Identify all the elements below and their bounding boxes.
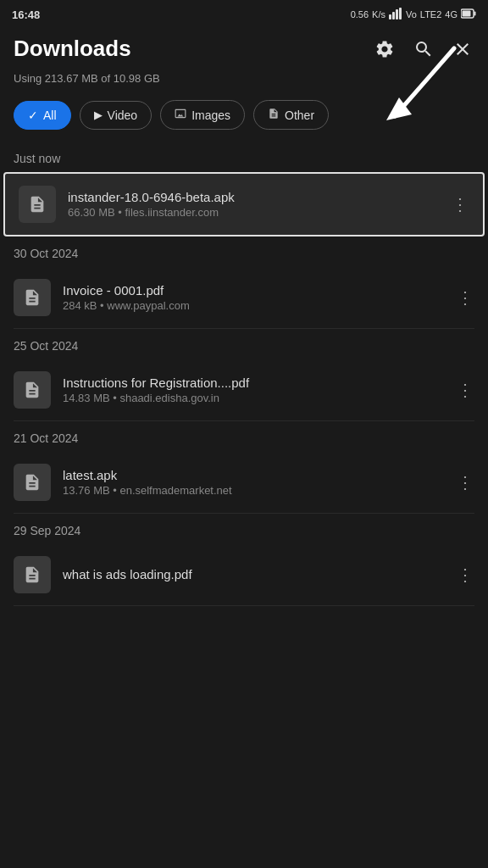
section-header-oct-21: 21 Oct 2024 bbox=[0, 421, 488, 452]
status-bar: 16:48 0.56 K/s Vo LTE2 4G bbox=[0, 0, 488, 27]
file-icon-file-1 bbox=[19, 186, 56, 223]
file-item-file-3[interactable]: Instructions for Registration....pdf 14.… bbox=[0, 359, 488, 420]
file-meta-file-1: 66.30 MB • files.iinstander.com bbox=[68, 206, 446, 219]
file-info-file-2: Invoice - 0001.pdf 284 kB • www.paypal.c… bbox=[63, 283, 451, 312]
file-name-file-5: what is ads loading.pdf bbox=[63, 567, 451, 581]
file-icon-file-3 bbox=[14, 371, 51, 409]
file-info-file-4: latest.apk 13.76 MB • en.selfmademarket.… bbox=[63, 468, 451, 497]
all-check-icon: ✓ bbox=[28, 108, 38, 122]
file-name-file-2: Invoice - 0001.pdf bbox=[63, 283, 451, 298]
network-speed-icon: 0.56 bbox=[351, 9, 369, 19]
file-info-file-3: Instructions for Registration....pdf 14.… bbox=[63, 376, 451, 404]
file-info-file-5: what is ads loading.pdf bbox=[63, 567, 451, 583]
file-meta-file-2: 284 kB • www.paypal.com bbox=[63, 299, 451, 312]
section-header-oct-30: 30 Oct 2024 bbox=[0, 236, 488, 267]
network-4g-icon: 4G bbox=[445, 9, 458, 19]
file-more-button-file-1[interactable]: ⋮ bbox=[446, 191, 473, 218]
file-item-file-1[interactable]: instander-18.0-6946-beta.apk 66.30 MB • … bbox=[3, 172, 485, 236]
page-title: Downloads bbox=[14, 36, 131, 62]
file-icon-file-4 bbox=[14, 464, 51, 501]
file-item-file-4[interactable]: latest.apk 13.76 MB • en.selfmademarket.… bbox=[0, 452, 488, 513]
svg-rect-2 bbox=[396, 9, 398, 19]
other-file-icon bbox=[268, 108, 280, 122]
filter-tab-video-label: Video bbox=[108, 108, 138, 122]
svg-rect-0 bbox=[389, 14, 391, 19]
svg-rect-6 bbox=[474, 12, 476, 16]
app-header: Downloads bbox=[0, 27, 488, 69]
svg-rect-1 bbox=[392, 12, 395, 19]
file-item-file-2[interactable]: Invoice - 0001.pdf 284 kB • www.paypal.c… bbox=[0, 267, 488, 328]
filter-tab-other-label: Other bbox=[285, 108, 314, 122]
lte-icon: LTE2 bbox=[420, 9, 441, 19]
battery-icon bbox=[461, 8, 476, 20]
filter-tab-video[interactable]: ▶ Video bbox=[80, 101, 152, 130]
file-name-file-1: instander-18.0-6946-beta.apk bbox=[68, 190, 446, 204]
video-icon: ▶ bbox=[94, 108, 103, 121]
status-right-icons: 0.56 K/s Vo LTE2 4G bbox=[351, 8, 476, 21]
file-sections: Just now instander-18.0-6946-beta.apk 66… bbox=[0, 142, 488, 606]
filter-tab-all[interactable]: ✓ All bbox=[14, 101, 71, 130]
file-more-button-file-4[interactable]: ⋮ bbox=[451, 469, 478, 496]
file-name-file-4: latest.apk bbox=[63, 468, 451, 482]
file-item-file-5[interactable]: what is ads loading.pdf ⋮ bbox=[0, 544, 488, 605]
section-header-just-now: Just now bbox=[0, 142, 488, 172]
file-name-file-3: Instructions for Registration....pdf bbox=[63, 376, 451, 390]
svg-rect-3 bbox=[399, 8, 402, 19]
header-actions bbox=[373, 37, 474, 61]
filter-tab-other[interactable]: Other bbox=[253, 100, 329, 130]
signal-icon bbox=[389, 8, 402, 21]
filter-tabs: ✓ All ▶ Video Images Other bbox=[0, 95, 488, 142]
file-info-file-1: instander-18.0-6946-beta.apk 66.30 MB • … bbox=[68, 190, 446, 219]
close-button[interactable] bbox=[451, 37, 474, 61]
images-icon bbox=[175, 108, 186, 122]
network-unit: K/s bbox=[372, 9, 385, 19]
storage-info: Using 213.67 MB of 10.98 GB bbox=[0, 69, 488, 95]
filter-tab-images[interactable]: Images bbox=[160, 100, 245, 130]
vo-icon: Vo bbox=[406, 9, 417, 19]
file-meta-file-3: 14.83 MB • shaadi.edisha.gov.in bbox=[63, 392, 451, 404]
file-meta-file-4: 13.76 MB • en.selfmademarket.net bbox=[63, 484, 451, 497]
svg-rect-5 bbox=[463, 11, 471, 17]
file-icon-file-5 bbox=[14, 556, 51, 593]
file-more-button-file-3[interactable]: ⋮ bbox=[451, 376, 478, 403]
filter-tab-all-label: All bbox=[43, 108, 57, 122]
search-button[interactable] bbox=[412, 37, 435, 61]
section-header-oct-25: 25 Oct 2024 bbox=[0, 329, 488, 359]
file-more-button-file-2[interactable]: ⋮ bbox=[451, 284, 478, 311]
section-header-sep-29: 29 Sep 2024 bbox=[0, 514, 488, 544]
filter-tab-images-label: Images bbox=[191, 108, 230, 122]
file-more-button-file-5[interactable]: ⋮ bbox=[451, 561, 478, 588]
settings-button[interactable] bbox=[373, 37, 396, 61]
status-time: 16:48 bbox=[12, 8, 40, 21]
file-icon-file-2 bbox=[14, 279, 51, 316]
